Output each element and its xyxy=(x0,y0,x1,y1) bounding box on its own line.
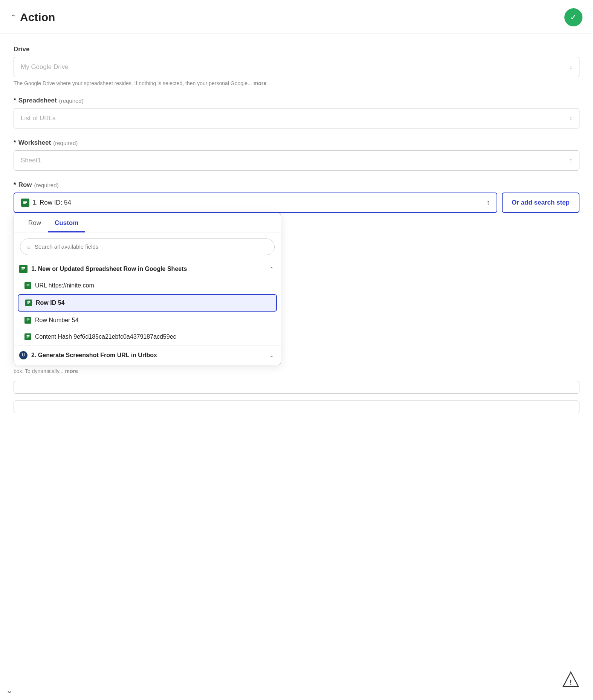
dropdown-tabs: Row Custom xyxy=(14,213,281,232)
spreadsheet-select[interactable]: List of URLs ↕ xyxy=(14,108,579,128)
svg-rect-18 xyxy=(26,319,29,320)
drive-more-link[interactable]: more xyxy=(254,80,266,86)
main-content: Drive My Google Drive ↕ The Google Drive… xyxy=(0,34,593,413)
page-container: ⌃ Action ✓ Drive My Google Drive ↕ The G… xyxy=(0,0,593,700)
row-chevron-icon: ↕ xyxy=(486,199,490,206)
svg-text:!: ! xyxy=(570,679,572,686)
dropdown-group-2[interactable]: U 2. Generate Screenshot From URL in Url… xyxy=(14,345,281,365)
dropdown-search-input[interactable] xyxy=(35,243,267,250)
dropdown-item-rowid[interactable]: Row ID 54 xyxy=(18,294,277,312)
urlbox-icon: U xyxy=(19,351,28,359)
svg-rect-14 xyxy=(27,302,30,303)
svg-rect-6 xyxy=(21,268,25,269)
spreadsheet-label: * Spreadsheet (required) xyxy=(14,97,579,104)
svg-rect-7 xyxy=(21,269,24,270)
action-header: ⌃ Action ✓ xyxy=(0,0,593,34)
group2-chevron-icon: ⌄ xyxy=(269,352,274,358)
dropdown-item-url[interactable]: URL https://ninite.com xyxy=(18,278,277,293)
drive-field-section: Drive My Google Drive ↕ The Google Drive… xyxy=(14,46,579,86)
warning-triangle-icon: ! xyxy=(562,671,579,688)
svg-rect-11 xyxy=(26,286,28,286)
dropdown-search-container: ⌕ xyxy=(20,238,275,255)
spreadsheet-chevron-icon: ↕ xyxy=(569,115,572,122)
item-label-rownumber: Row Number 54 xyxy=(35,317,79,324)
drive-placeholder: My Google Drive xyxy=(21,63,69,71)
svg-rect-5 xyxy=(21,267,25,268)
group1-header-left: 1. New or Updated Spreadsheet Row in Goo… xyxy=(19,265,187,273)
group2-title: 2. Generate Screenshot From URL in Urlbo… xyxy=(31,352,157,359)
spreadsheet-field-section: * Spreadsheet (required) List of URLs ↕ xyxy=(14,97,579,128)
extra-field-2[interactable] xyxy=(14,400,579,413)
item-sheets-icon-2 xyxy=(25,300,32,306)
dropdown-item-contenthash[interactable]: Content Hash 9ef6d185ca21ebfc0a4379187ac… xyxy=(18,329,277,345)
row-field-section: * Row (required) xyxy=(14,181,579,413)
svg-rect-10 xyxy=(26,285,29,285)
svg-rect-2 xyxy=(23,202,27,203)
group2-left: U 2. Generate Screenshot From URL in Url… xyxy=(19,351,157,359)
group1-chevron-icon: ⌃ xyxy=(269,266,274,272)
worksheet-label: * Worksheet (required) xyxy=(14,139,579,147)
dropdown-group-1: 1. New or Updated Spreadsheet Row in Goo… xyxy=(14,260,281,345)
drive-select[interactable]: My Google Drive ↕ xyxy=(14,57,579,77)
row-more-link[interactable]: more xyxy=(65,368,78,374)
tab-custom[interactable]: Custom xyxy=(48,213,85,232)
row-label: * Row (required) xyxy=(14,181,579,189)
row-select-active[interactable]: 1. Row ID: 54 ↕ xyxy=(14,193,497,213)
worksheet-select[interactable]: Sheet1 ↕ xyxy=(14,150,579,171)
item-sheets-icon-1 xyxy=(24,282,31,289)
item-label-url: URL https://ninite.com xyxy=(35,282,94,289)
svg-rect-17 xyxy=(26,319,29,319)
item-sheets-icon-4 xyxy=(24,333,31,340)
drive-label: Drive xyxy=(14,46,579,53)
spreadsheet-placeholder: List of URLs xyxy=(21,115,56,122)
collapse-icon[interactable]: ⌃ xyxy=(11,13,16,21)
svg-rect-1 xyxy=(23,201,27,202)
group1-title: 1. New or Updated Spreadsheet Row in Goo… xyxy=(31,266,187,272)
drive-hint: The Google Drive where your spreadsheet … xyxy=(14,80,579,86)
page-title: Action xyxy=(20,11,55,24)
svg-rect-21 xyxy=(26,335,29,336)
row-dropdown-panel: Row Custom ⌕ xyxy=(14,213,281,365)
or-add-search-button[interactable]: Or add search step xyxy=(502,193,579,213)
group1-header[interactable]: 1. New or Updated Spreadsheet Row in Goo… xyxy=(14,260,281,277)
svg-rect-22 xyxy=(26,336,29,336)
item-label-contenthash: Content Hash 9ef6d185ca21ebfc0a4379187ac… xyxy=(35,333,176,340)
warning-icon-container: ! xyxy=(562,671,579,688)
svg-rect-19 xyxy=(26,321,28,321)
group1-sheets-icon xyxy=(19,265,28,273)
row-input-container: 1. Row ID: 54 ↕ Or add search step xyxy=(14,193,579,213)
item-sheets-icon-3 xyxy=(24,317,31,324)
extra-field-1[interactable] xyxy=(14,381,579,394)
drive-chevron-icon: ↕ xyxy=(569,64,572,70)
svg-rect-23 xyxy=(26,337,28,338)
svg-rect-3 xyxy=(23,203,26,204)
row-hint-row: box. To dynamically... more xyxy=(14,368,579,374)
sheets-icon xyxy=(21,199,29,207)
tab-row[interactable]: Row xyxy=(21,213,48,232)
status-check-icon: ✓ xyxy=(564,8,582,26)
scroll-down-indicator[interactable]: ⌄ xyxy=(0,681,19,700)
svg-rect-9 xyxy=(26,284,29,285)
worksheet-placeholder: Sheet1 xyxy=(21,157,41,164)
worksheet-field-section: * Worksheet (required) Sheet1 ↕ xyxy=(14,139,579,171)
header-left: ⌃ Action xyxy=(11,11,55,24)
search-icon: ⌕ xyxy=(27,243,31,250)
dropdown-item-rownumber[interactable]: Row Number 54 xyxy=(18,312,277,328)
worksheet-chevron-icon: ↕ xyxy=(569,157,572,164)
row-selected-value-inner: 1. Row ID: 54 xyxy=(21,199,71,207)
row-selected-label: 1. Row ID: 54 xyxy=(32,199,71,206)
item-label-rowid: Row ID 54 xyxy=(36,300,64,306)
svg-rect-15 xyxy=(27,303,29,304)
svg-rect-13 xyxy=(27,301,30,302)
